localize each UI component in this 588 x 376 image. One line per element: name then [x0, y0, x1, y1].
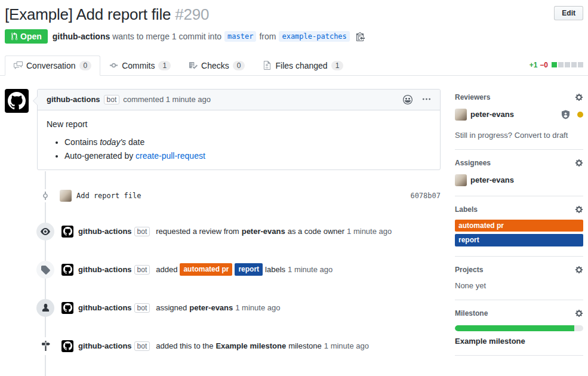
github-actions-avatar[interactable] — [61, 226, 73, 238]
milestone-link[interactable]: Example milestone — [216, 341, 286, 350]
tab-files-changed[interactable]: Files changed 1 — [254, 56, 352, 76]
draft-note-text: Still in progress? — [455, 131, 512, 140]
projects-empty-text: None yet — [455, 281, 583, 290]
edit-button[interactable]: Edit — [554, 6, 583, 20]
pr-tab-bar: Conversation 0 Commits 1 Checks 0 Files … — [0, 56, 588, 76]
kebab-menu-icon[interactable] — [422, 95, 431, 104]
status-badge: Open — [5, 29, 48, 44]
copy-branch-icon[interactable] — [356, 32, 365, 41]
milestone-progress-fill — [455, 325, 574, 331]
deletions-count: −0 — [540, 61, 548, 69]
person-icon — [36, 299, 54, 317]
event-text: labels — [265, 265, 285, 274]
diff-block — [552, 62, 557, 67]
sidebar: Reviewers peter-evans — [455, 89, 583, 376]
bullet-italic-text: today's — [100, 137, 126, 147]
pr-number: #290 — [175, 5, 209, 23]
label-report[interactable]: report — [455, 234, 583, 246]
gear-icon[interactable] — [575, 93, 583, 101]
convert-to-draft-link[interactable]: Convert to draft — [515, 131, 568, 140]
event-timestamp[interactable]: 1 minute ago — [288, 265, 333, 274]
assignee-row: peter-evans — [455, 174, 583, 186]
gear-icon[interactable] — [575, 159, 583, 167]
bot-badge: bot — [104, 95, 120, 104]
comment-timestamp[interactable]: commented 1 minute ago — [123, 95, 211, 104]
comment-author-link[interactable]: github-actions — [47, 95, 100, 104]
bullet-text: Contains — [64, 137, 97, 147]
reviewer-link[interactable]: peter-evans — [242, 227, 285, 236]
tab-conversation-label: Conversation — [26, 61, 76, 70]
tab-conversation-count: 0 — [79, 61, 92, 70]
bot-badge: bot — [134, 265, 150, 275]
label-automated-pr[interactable]: automated pr — [180, 263, 232, 275]
comment-discussion-icon — [14, 61, 23, 70]
comment-list: Contains today's date Auto-generated by … — [47, 137, 431, 161]
base-branch-chip[interactable]: master — [224, 31, 256, 42]
label-report[interactable]: report — [235, 263, 263, 275]
commit-row: Add report file 6078b07 — [5, 189, 441, 202]
milestone-name-link[interactable]: Example milestone — [455, 337, 583, 346]
commit-message-link[interactable]: Add report file — [76, 192, 141, 200]
issue-comment: github-actions bot commented 1 minute ag… — [5, 89, 441, 170]
label-automated-pr[interactable]: automated pr — [455, 220, 583, 232]
comment-body: New report Contains today's date Auto-ge… — [38, 110, 440, 169]
sidebar-divider — [455, 355, 583, 356]
tab-files-changed-label: Files changed — [275, 61, 327, 70]
timeline-event-milestoned: github-actions bot added this to the Exa… — [5, 337, 441, 355]
create-pull-request-link[interactable]: create-pull-request — [136, 151, 205, 161]
gear-icon[interactable] — [575, 309, 583, 318]
event-text: added this to the — [156, 341, 213, 350]
github-actions-avatar[interactable] — [61, 340, 73, 352]
commit-sha-link[interactable]: 6078b07 — [410, 192, 441, 200]
head-branch-chip[interactable]: example-patches — [279, 31, 349, 42]
file-diff-icon — [263, 61, 272, 70]
committer-avatar[interactable] — [60, 190, 72, 202]
gear-icon[interactable] — [575, 205, 583, 214]
reviewer-row: peter-evans — [455, 109, 583, 121]
timeline-event-labels-added: github-actions bot added automated pr re… — [5, 261, 441, 279]
event-timestamp[interactable]: 1 minute ago — [324, 341, 369, 350]
pr-meta: Open github-actions wants to merge 1 com… — [5, 29, 583, 44]
tab-checks-label: Checks — [201, 61, 229, 70]
tab-commits[interactable]: Commits 1 — [100, 56, 180, 76]
bot-badge: bot — [134, 227, 150, 236]
timeline-event-assigned: github-actions bot assigned peter-evans … — [5, 299, 441, 317]
event-text: requested a review from — [156, 227, 239, 236]
list-item: Auto-generated by create-pull-request — [64, 151, 431, 161]
sidebar-section-reviewers: Reviewers peter-evans — [455, 89, 583, 149]
github-actions-avatar[interactable] — [5, 89, 29, 113]
diff-block — [578, 62, 583, 67]
assignee-link[interactable]: peter-evans — [189, 303, 233, 312]
event-text: assigned — [156, 303, 187, 312]
list-item: Contains today's date — [64, 137, 431, 147]
event-text: as a code owner — [288, 227, 344, 236]
reviewer-avatar[interactable] — [455, 109, 467, 121]
gear-icon[interactable] — [575, 266, 583, 274]
actor-link[interactable]: github-actions — [78, 341, 132, 350]
assignee-name[interactable]: peter-evans — [470, 175, 514, 184]
git-pull-request-icon — [11, 32, 18, 41]
pr-title: [Example] Add report file — [5, 5, 171, 23]
convert-to-draft-note: Still in progress? Convert to draft — [455, 131, 583, 140]
smiley-icon[interactable] — [403, 95, 412, 104]
tab-conversation[interactable]: Conversation 0 — [5, 56, 100, 76]
event-timestamp[interactable]: 1 minute ago — [235, 303, 280, 312]
diff-stats[interactable]: +1 −0 — [529, 61, 583, 75]
github-actions-avatar[interactable] — [61, 264, 73, 276]
actor-link[interactable]: github-actions — [78, 265, 132, 274]
actor-link[interactable]: github-actions — [78, 227, 132, 236]
title-bar: [Example] Add report file #290 Edit — [5, 5, 583, 24]
sidebar-section-projects: Projects None yet — [455, 256, 583, 300]
diff-block — [571, 62, 577, 67]
pr-author-link[interactable]: github-actions — [53, 32, 110, 41]
reviewer-name[interactable]: peter-evans — [470, 110, 514, 119]
actor-link[interactable]: github-actions — [78, 303, 132, 312]
event-timestamp[interactable]: 1 minute ago — [347, 227, 392, 236]
github-actions-avatar[interactable] — [61, 302, 73, 314]
tab-checks[interactable]: Checks 0 — [180, 56, 254, 76]
tag-icon — [36, 261, 54, 279]
bot-badge: bot — [134, 341, 150, 351]
assignee-avatar[interactable] — [455, 174, 467, 186]
git-commit-icon — [109, 61, 118, 70]
tab-files-changed-count: 1 — [331, 61, 344, 70]
